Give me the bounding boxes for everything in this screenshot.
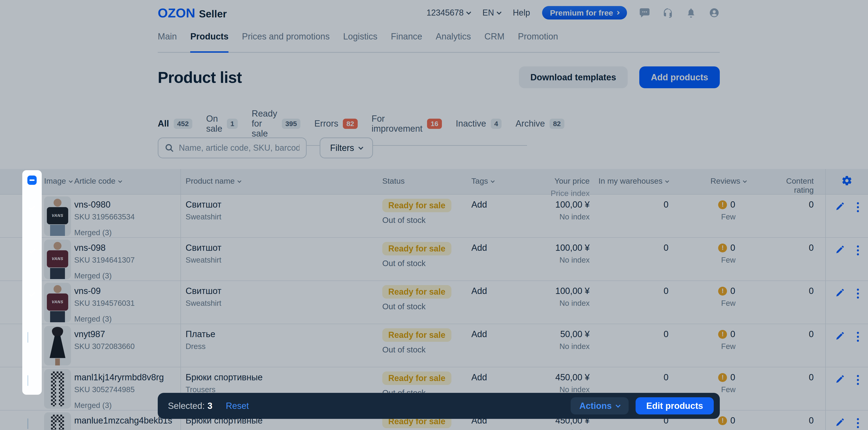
actions-label: Actions [580,401,612,411]
dim-overlay [0,0,868,430]
row-select-cell [0,324,44,367]
select-all-cell [0,169,44,198]
selected-count: 3 [207,401,212,411]
select-all-checkbox[interactable] [27,175,37,185]
ozon-seller-product-list-page: OZON Seller 12345678 EN Help Premium for… [0,0,868,430]
row-select-cell [0,238,44,281]
row-select-cell [0,281,44,324]
row-checkbox[interactable] [27,375,28,386]
reset-selection-link[interactable]: Reset [226,401,249,411]
selection-bar: Selected: 3 Reset Actions Edit products [158,393,720,419]
chevron-down-icon [616,403,620,407]
row-checkbox[interactable] [27,332,28,343]
actions-dropdown-button[interactable]: Actions [570,397,629,414]
row-select-cell [0,367,44,410]
edit-products-button[interactable]: Edit products [636,397,714,414]
selected-label: Selected: [168,401,205,411]
row-select-cell [0,195,44,237]
